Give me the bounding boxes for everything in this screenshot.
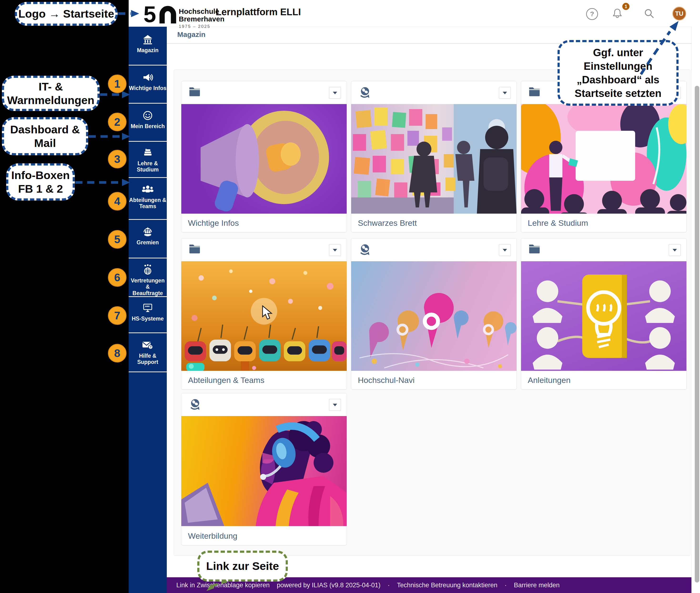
logo-years: 1975 – 2025 [179,24,224,29]
university-logo[interactable]: 5 Hochschule Bremerhaven 1975 – 2025 [143,1,224,26]
help-icon[interactable]: ? [586,8,598,20]
card-schwarzes-brett[interactable]: Schwarzes Brett [351,81,517,232]
callout-logo-startseite: Logo → Startseite [15,2,118,26]
card-actions-dropdown[interactable] [329,399,341,411]
sidebar-separator [128,177,167,178]
logo-50-icon: 5 [143,1,176,25]
callout-dashboard-mail: Dashboard & Mail [2,117,88,155]
notifications-bell-icon[interactable] [612,8,623,21]
sidebar-separator [128,296,167,297]
svg-text:***: *** [145,305,150,309]
bank-icon [142,34,153,45]
svg-text:5: 5 [143,1,156,25]
card-actions-dropdown[interactable] [669,244,681,256]
card-header [521,238,687,261]
sidebar-item-hs-systeme[interactable]: *** HS-Systeme [128,297,167,332]
weblink-icon [188,398,201,411]
notification-count-badge: 1 [622,3,629,10]
card-actions-dropdown[interactable] [499,244,511,256]
team-icon [142,184,154,195]
sidebar-item-lehre-studium[interactable]: Lehre & Studium [128,142,167,177]
scrollbar-thumb[interactable] [695,86,699,583]
chevron-down-icon [503,249,507,251]
card-image-sticky-notes [351,104,517,214]
card-image-megaphone [181,104,347,214]
card-anleitungen[interactable]: Anleitungen [521,238,687,390]
avatar[interactable]: TU [672,7,686,21]
footer-powered-by[interactable]: powered by ILIAS (v9.8 2025-04-01) [277,582,380,589]
sidebar-separator [128,103,167,104]
card-header [351,81,517,104]
sidebar-item-vertretungen[interactable]: Vertretungen & Beauftragte [128,259,167,296]
mail-help-icon: ? [142,340,154,351]
sidebar-separator [128,141,167,142]
page-title: Lernplattform ELLI [216,7,301,17]
committee-icon [142,226,154,237]
sidebar-item-label: Gremien [137,239,159,245]
callout-link-zur-seite: Link zur Seite [197,551,288,582]
card-header [181,81,347,104]
sidebar-item-mein-bereich[interactable]: Mein Bereich [128,104,167,141]
annotation-number-2: 2 [108,113,126,131]
card-title[interactable]: Wichtige Infos [181,213,347,232]
card-hochschul-navi[interactable]: Hochschul-Navi [351,238,517,390]
card-actions-dropdown[interactable] [329,87,341,99]
card-image-presentation [521,104,687,214]
card-image-lightbulb [521,261,687,371]
folder-icon [528,86,541,97]
footer-copy-link[interactable]: Link in Zwischenablage kopieren [176,582,270,589]
footer-support-contact[interactable]: Technische Betreuung kontaktieren [397,582,498,589]
chevron-down-icon [503,92,507,94]
annotation-number-4: 4 [108,192,126,210]
annotation-number-5: 5 [108,230,126,249]
card-title[interactable]: Anleitungen [521,371,687,389]
card-title[interactable]: Schwarzes Brett [351,213,517,232]
callout-dashboard-startseite: Ggf. unter Einstellungen „Dashboard“ als… [557,40,678,106]
card-title[interactable]: Weiterbildung [181,526,347,545]
card-actions-dropdown[interactable] [329,244,341,256]
card-header [181,393,347,416]
chevron-down-icon [333,404,337,406]
card-weiterbildung[interactable]: Weiterbildung [181,393,347,545]
sidebar-separator [128,258,167,259]
card-title[interactable]: Lehre & Studium [521,213,687,232]
card-actions-dropdown[interactable] [499,87,511,99]
chevron-down-icon [333,249,337,251]
callout-it-warnmeldungen: IT- & Warnmeldungen [2,76,100,111]
search-icon[interactable] [643,8,655,21]
megaphone-icon [142,72,154,83]
sidebar-item-magazin[interactable]: Magazin [128,27,167,65]
card-header [181,238,347,261]
annotation-number-8: 8 [108,344,126,362]
sidebar-item-hilfe-support[interactable]: ? Hilfe & Support [128,333,167,371]
sidebar-separator [128,332,167,333]
sidebar-item-label: Abteilungen & Teams [129,197,166,209]
sidebar-separator [128,65,167,66]
breadcrumb-magazin[interactable]: Magazin [177,31,206,39]
sidebar-item-label: Magazin [137,47,159,53]
card-wichtige-infos[interactable]: Wichtige Infos [181,81,347,232]
folder-icon [528,243,541,254]
sidebar-item-label: Mein Bereich [131,123,164,129]
sidebar-item-label: Wichtige Infos [129,85,167,91]
monitor-password-icon: *** [142,302,154,314]
sidebar-separator [128,219,167,220]
annotation-number-1: 1 [108,75,126,93]
sidebar-item-label: Vertretungen & Beauftragte [128,277,167,296]
annotation-number-6: 6 [108,268,126,287]
sidebar-item-abteilungen-teams[interactable]: Abteilungen & Teams [128,178,167,219]
sidebar-item-gremien[interactable]: Gremien [128,220,167,258]
card-image-headphones-learner [181,416,347,526]
smiley-icon [142,110,153,121]
screenshot-canvas: Magazin 5 Hochschule Bremerhaven 1975 – … [0,0,700,593]
annotation-number-3: 3 [108,150,126,168]
sidebar-separator [128,371,167,372]
svg-text:?: ? [150,345,152,349]
card-title[interactable]: Abteilungen & Teams [181,371,347,389]
footer-report-barrier[interactable]: Barriere melden [514,582,560,589]
mouse-cursor-icon [262,305,274,320]
sidebar-item-wichtige-infos[interactable]: Wichtige Infos [128,66,167,103]
footer-separator: · [388,582,390,589]
card-title[interactable]: Hochschul-Navi [351,371,517,389]
chevron-down-icon [673,249,677,251]
